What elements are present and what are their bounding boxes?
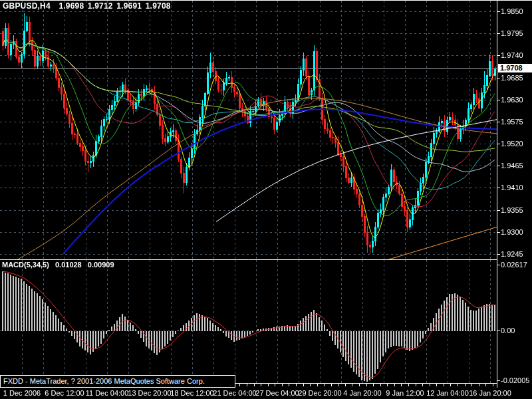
price-axis-label: 1.9630 [501, 95, 523, 104]
high-value: 1.9712 [88, 1, 113, 11]
time-axis-label: 29 Dec 20:00 [298, 388, 341, 398]
time-axis-label: 27 Dec 04:00 [255, 388, 299, 398]
macd-indicator-area[interactable] [0, 260, 497, 383]
price-axis-label: 1.9465 [501, 161, 523, 170]
macd-axis-label: -0.02005 [501, 376, 529, 385]
chart-title: GBPUSD,H4 1.9698 1.9712 1.9691 1.9708 [3, 1, 172, 11]
open-value: 1.9698 [59, 1, 84, 11]
macd-value: 0.01028 [55, 261, 82, 269]
price-axis-label: 1.9520 [501, 139, 523, 148]
current-price-tag: 1.9708 [498, 64, 532, 72]
macd-name: MACD(5,34,5) [2, 261, 49, 269]
price-axis-label: 1.9685 [501, 73, 523, 82]
metatrader-chart-window: GBPUSD,H4 1.9698 1.9712 1.9691 1.9708 MA… [0, 0, 532, 399]
time-axis-label: 1 Dec 2006 [3, 388, 41, 398]
price-axis-label: 1.9300 [501, 227, 523, 237]
time-axis-label: 11 Dec 04:00 [86, 388, 129, 398]
price-axis-label: 1.9575 [501, 117, 523, 126]
time-axis-label: 21 Dec 04:00 [213, 388, 256, 398]
symbol-period-label: GBPUSD,H4 [3, 1, 51, 11]
price-axis-label: 1.9795 [501, 29, 523, 38]
price-axis-label: 1.9245 [501, 249, 523, 259]
close-value: 1.9708 [146, 1, 171, 11]
price-axis-label: 1.9850 [501, 7, 523, 16]
macd-signal-value: 0.00909 [88, 261, 114, 269]
time-axis-label: 4 Jan 20:00 [343, 388, 382, 398]
price-axis-label: 1.9410 [501, 183, 523, 192]
copyright-box: FXDD - MetaTrader, ? 2001-2006 MetaQuote… [0, 375, 235, 388]
price-axis-label: 1.9740 [501, 51, 523, 60]
time-axis-label: 13 Dec 20:00 [128, 388, 171, 398]
macd-axis-label: 0.02617 [501, 260, 527, 269]
time-axis-label: 12 Jan 04:00 [426, 388, 469, 398]
macd-indicator-label: MACD(5,34,5) 0.01028 0.00909 [2, 261, 118, 269]
time-axis-label: 9 Jan 12:00 [386, 388, 424, 398]
time-axis-label: 16 Jan 20:00 [469, 388, 511, 398]
low-value: 1.9691 [116, 1, 142, 11]
time-axis-label: 6 Dec 12:00 [45, 388, 84, 398]
main-chart-area[interactable] [0, 0, 497, 259]
macd-axis-label: 0.00 [501, 326, 515, 335]
time-axis-label: 18 Dec 12:00 [170, 388, 213, 398]
price-axis-label: 1.9355 [501, 205, 523, 215]
